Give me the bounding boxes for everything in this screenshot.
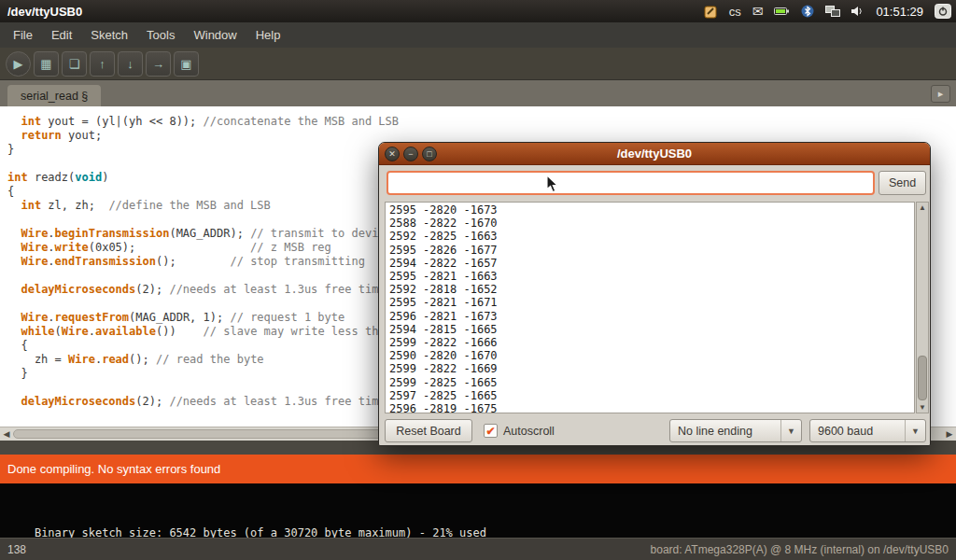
serial-send-input[interactable]: [387, 171, 875, 195]
serial-output-line: 2595 -2820 -1673: [389, 203, 910, 217]
clock[interactable]: 01:51:29: [876, 5, 923, 19]
line-ending-value: No line ending: [670, 425, 780, 438]
footer-bar: 138 board: ATmega328P(A) @ 8 MHz (intern…: [0, 538, 956, 560]
serial-output-line: 2597 -2825 -1665: [389, 389, 910, 402]
menu-item-edit[interactable]: Edit: [42, 23, 81, 47]
active-window-title: /dev/ttyUSB0: [0, 5, 82, 19]
send-button[interactable]: Send: [879, 171, 926, 195]
autoscroll-checkbox[interactable]: ✔: [484, 424, 498, 438]
scroll-left-icon[interactable]: ◀: [0, 429, 13, 439]
serial-output[interactable]: 2595 -2820 -16732588 -2822 -16702592 -28…: [385, 202, 915, 413]
serial-output-line: 2594 -2815 -1665: [389, 323, 910, 336]
toolbar-buttons: ▶▦❏↑↓→▣: [6, 51, 199, 77]
power-icon[interactable]: [935, 4, 951, 19]
menu-item-sketch[interactable]: Sketch: [81, 23, 137, 47]
toolbar-upload-button[interactable]: →: [146, 51, 171, 77]
close-button[interactable]: ✕: [385, 147, 400, 161]
menu-bar: FileEditSketchToolsWindowHelp: [0, 22, 956, 48]
serial-output-line: 2595 -2826 -1677: [389, 244, 910, 257]
scroll-right-icon[interactable]: ▶: [943, 429, 956, 439]
dialog-body: Send 2595 -2820 -16732588 -2822 -1670259…: [379, 165, 930, 447]
serial-output-line: 2592 -2818 -1652: [389, 283, 910, 296]
serial-output-line: 2588 -2822 -1670: [389, 217, 910, 230]
minimize-button[interactable]: −: [403, 147, 418, 161]
menu-item-help[interactable]: Help: [246, 23, 290, 47]
tab-bar: serial_read § ▸: [0, 80, 956, 106]
screen: int yout = (yl|(yh << 8)); //concatenate…: [0, 0, 956, 560]
scroll-down-icon[interactable]: ▼: [917, 403, 928, 412]
toolbar: ▶▦❏↑↓→▣: [0, 48, 956, 80]
toolbar-serial-monitor-button[interactable]: ▣: [174, 51, 199, 77]
tab-menu-icon[interactable]: ▸: [931, 85, 950, 103]
system-tray: cs ✉ 01:51:29: [704, 4, 956, 19]
battery-icon[interactable]: [774, 7, 790, 16]
top-panel: /dev/ttyUSB0 cs ✉ 01:51:29: [0, 0, 956, 22]
reset-board-button[interactable]: Reset Board: [385, 419, 472, 442]
window-buttons: ✕−□: [385, 147, 437, 161]
status-bar: Done compiling. No syntax errors found: [0, 455, 956, 483]
toolbar-verify-button[interactable]: ▶: [6, 51, 31, 77]
menu-item-window[interactable]: Window: [184, 23, 246, 47]
serial-output-line: 2596 -2821 -1673: [389, 310, 910, 323]
serial-monitor-window: ✕−□ /dev/ttyUSB0 Send 2595 -2820 -167325…: [378, 142, 931, 446]
toolbar-save-button[interactable]: ↓: [118, 51, 143, 77]
chevron-down-icon: ▼: [780, 420, 801, 441]
menu-item-tools[interactable]: Tools: [137, 23, 184, 47]
serial-output-line: 2596 -2819 -1675: [389, 402, 910, 413]
autoscroll-control: ✔ Autoscroll: [484, 419, 555, 442]
board-info: board: ATmega328P(A) @ 8 MHz (internal) …: [651, 543, 949, 556]
serial-output-line: 2599 -2822 -1666: [389, 336, 910, 349]
check-icon: ✔: [485, 426, 495, 437]
network-icon[interactable]: [825, 6, 840, 17]
tab-serial-read[interactable]: serial_read §: [7, 85, 101, 106]
dialog-titlebar[interactable]: ✕−□ /dev/ttyUSB0: [379, 143, 930, 165]
build-console: Binary sketch size: 6542 bytes (of a 307…: [0, 483, 956, 538]
code-line: int yout = (yl|(yh << 8)); //concatenate…: [7, 115, 956, 129]
toolbar-stop-button[interactable]: ▦: [34, 51, 59, 77]
keyboard-layout-indicator[interactable]: cs: [729, 5, 741, 19]
serial-output-line: 2592 -2825 -1663: [389, 230, 910, 243]
maximize-button[interactable]: □: [422, 147, 437, 161]
menu-item-file[interactable]: File: [4, 23, 42, 47]
scroll-up-icon[interactable]: ▲: [917, 203, 928, 212]
serial-output-line: 2595 -2821 -1663: [389, 270, 910, 283]
volume-icon[interactable]: [851, 6, 865, 17]
status-message: Done compiling. No syntax errors found: [7, 462, 220, 476]
dialog-title: /dev/ttyUSB0: [617, 147, 692, 161]
baud-rate-value: 9600 baud: [810, 425, 905, 438]
bluetooth-icon[interactable]: [801, 5, 814, 18]
serial-output-line: 2595 -2821 -1671: [389, 296, 910, 309]
serial-output-line: 2590 -2820 -1670: [389, 349, 910, 362]
scrollbar-thumb[interactable]: [918, 356, 927, 400]
autoscroll-label: Autoscroll: [503, 425, 555, 438]
toolbar-open-button[interactable]: ↑: [90, 51, 115, 77]
baud-rate-dropdown[interactable]: 9600 baud ▼: [809, 419, 926, 442]
code-line: return yout;: [7, 129, 956, 143]
serial-output-line: 2594 -2822 -1657: [389, 257, 910, 270]
chevron-down-icon: ▼: [905, 420, 925, 441]
serial-output-line: 2599 -2822 -1669: [389, 362, 910, 375]
toolbar-new-button[interactable]: ❏: [62, 51, 87, 77]
serial-output-scrollbar[interactable]: ▲ ▼: [916, 202, 929, 413]
mail-icon[interactable]: ✉: [752, 5, 764, 18]
serial-output-line: 2599 -2825 -1665: [389, 376, 910, 389]
notes-icon[interactable]: [704, 5, 718, 19]
line-ending-dropdown[interactable]: No line ending ▼: [669, 419, 802, 442]
line-number-indicator: 138: [7, 543, 26, 556]
